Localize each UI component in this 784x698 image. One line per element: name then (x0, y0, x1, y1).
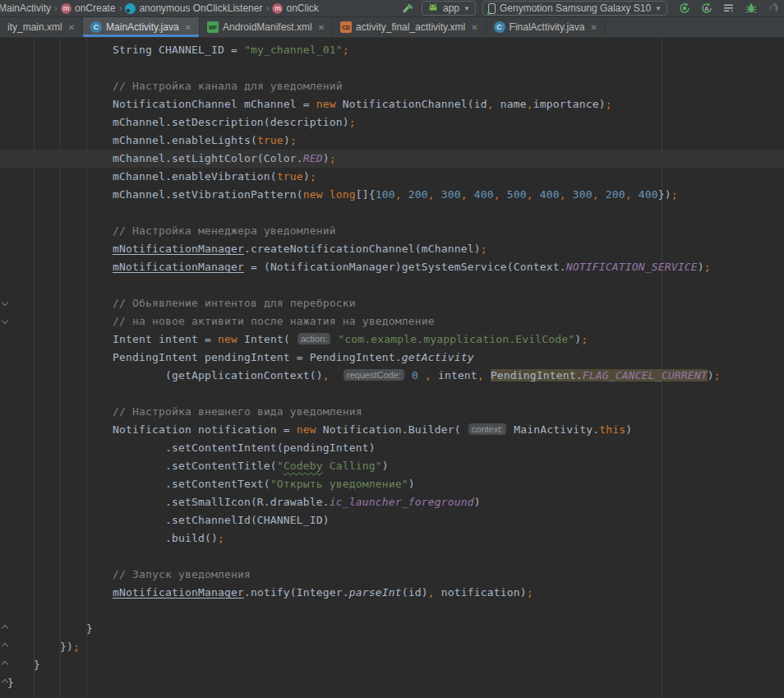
code-line: .setSmallIcon(R.drawable.ic_launcher_for… (7, 493, 784, 511)
code-line: Intent intent = new Intent( action: "com… (7, 331, 784, 349)
debug-icon[interactable] (744, 1, 759, 16)
layout-xml-icon: CD (340, 21, 352, 33)
close-icon[interactable]: ✕ (590, 23, 597, 32)
breadcrumb-item[interactable]: monCreate (61, 2, 115, 14)
breadcrumb: MainActivity›monCreate›anonymous OnClick… (0, 2, 400, 14)
code-line: NotificationChannel mChannel = new Notif… (7, 95, 784, 113)
breadcrumb-item[interactable]: anonymous OnClickListener (125, 2, 262, 14)
code-line: mChannel.enableVibration(true); (7, 168, 784, 186)
chevron-down-icon: ▼ (655, 5, 662, 12)
breadcrumb-item[interactable]: MainActivity (0, 2, 51, 14)
code-editor[interactable]: String CHANNEL_ID = "my_channel_01"; // … (0, 38, 784, 698)
code-line: // на новое активити после нажатия на ув… (7, 312, 784, 331)
code-line (7, 385, 784, 403)
code-line: } (7, 620, 784, 638)
apply-code-changes-icon[interactable]: A (699, 1, 714, 16)
code-line: } (7, 674, 784, 692)
device-selector[interactable]: Genymotion Samsung Galaxy S10 ▼ (482, 1, 667, 16)
run-config-selector[interactable]: app ▼ (422, 1, 476, 16)
code-line: // Обьявление интентов для переброски (7, 294, 784, 312)
manifest-xml-icon: MF (207, 21, 219, 33)
apply-changes-restart-icon[interactable] (677, 1, 692, 16)
chevron-down-icon: ▼ (463, 5, 470, 12)
tab-androidmanifest-xml[interactable]: MFAndroidManifest.xml✕ (200, 17, 333, 37)
tab-label: MainActivity.java (106, 21, 178, 33)
toolbar: app ▼ Genymotion Samsung Galaxy S10 ▼ A (400, 1, 781, 16)
phone-icon (488, 3, 496, 14)
breadcrumb-label: onClick (286, 2, 318, 14)
code-line: mChannel.setVibrationPattern(new long[]{… (7, 186, 784, 204)
code-line (7, 602, 784, 620)
code-line: .setContentIntent(pendingIntent) (7, 439, 784, 457)
code-line: .setContentText("Открыть уведомление") (7, 475, 784, 493)
tab-label: ity_main.xml (7, 21, 62, 33)
code-line (7, 276, 784, 294)
svg-text:A: A (704, 6, 708, 12)
code-line: } (7, 656, 784, 674)
tab-label: AndroidManifest.xml (223, 21, 312, 33)
code-line: mNotificationManager.notify(Integer.pars… (7, 584, 784, 602)
breadcrumb-separator-icon: › (118, 2, 122, 14)
java-class-icon: C (494, 21, 505, 33)
method-icon: m (272, 3, 283, 14)
tab-ity-main-xml[interactable]: ity_main.xml✕ (0, 17, 83, 37)
build-hammer-icon[interactable] (400, 1, 415, 16)
code-line: (getApplicationContext(), requestCode: 0… (7, 367, 784, 385)
code-line (7, 548, 784, 566)
breadcrumb-label: onCreate (75, 2, 115, 14)
code-line: PendingIntent pendingIntent = PendingInt… (7, 349, 784, 367)
code-line: mChannel.enableLights(true); (7, 132, 784, 150)
tab-mainactivity-java[interactable]: CMainActivity.java✕ (83, 17, 200, 37)
breadcrumb-separator-icon: › (54, 2, 58, 14)
close-icon[interactable]: ✕ (68, 23, 75, 32)
code-line: String CHANNEL_ID = "my_channel_01"; (7, 41, 784, 59)
code-line (7, 204, 784, 222)
run-config-label: app (443, 2, 459, 14)
tab-label: FinalActtivity.java (510, 21, 585, 33)
device-label: Genymotion Samsung Galaxy S10 (500, 2, 651, 14)
code-line: // Настройка внешнего вида уведомления (7, 403, 784, 421)
code-line: }); (7, 638, 784, 656)
code-line: mChannel.setDescription(description); (7, 113, 784, 132)
editor-tabs: ity_main.xml✕CMainActivity.java✕MFAndroi… (0, 17, 784, 38)
navigation-bar: MainActivity›monCreate›anonymous OnClick… (0, 0, 784, 17)
profile-icon[interactable] (766, 1, 781, 16)
code-line: .setContentTitle("Codeby Calling") (7, 457, 784, 475)
run-configurations-list-icon[interactable] (722, 1, 736, 16)
anonymous-class-icon (125, 3, 136, 14)
breadcrumb-item[interactable]: monClick (272, 2, 318, 14)
tab-label: activity_final_acttivity.xml (356, 21, 465, 33)
code-line (7, 59, 784, 77)
close-icon[interactable]: ✕ (318, 23, 325, 32)
java-class-icon: C (90, 21, 102, 33)
code-line: .setChannelId(CHANNEL_ID) (7, 511, 784, 529)
code-line: mChannel.setLightColor(Color.RED); (7, 150, 784, 168)
code-line: // Запуск уведомления (7, 566, 784, 584)
breadcrumb-label: anonymous OnClickListener (139, 2, 262, 14)
tab-activity-final-acttivity-xml[interactable]: CDactivity_final_acttivity.xml✕ (333, 17, 487, 37)
android-icon (427, 2, 439, 15)
toolbar-actions: A (677, 1, 781, 16)
close-icon[interactable]: ✕ (471, 23, 477, 32)
breadcrumb-label: MainActivity (0, 2, 51, 14)
code-line: // Настройка канала для уведомлений (7, 77, 784, 95)
close-icon[interactable]: ✕ (185, 23, 191, 32)
code-line: Notification notification = new Notifica… (7, 421, 784, 439)
tab-finalacttivity-java[interactable]: CFinalActtivity.java✕ (487, 17, 606, 37)
code-line: // Настройка менеджера уведомлений (7, 222, 784, 240)
code-line: mNotificationManager = (NotificationMana… (7, 258, 784, 276)
breadcrumb-separator-icon: › (265, 2, 269, 14)
method-icon: m (61, 3, 71, 14)
code-line: .build(); (7, 529, 784, 548)
code-content[interactable]: String CHANNEL_ID = "my_channel_01"; // … (7, 41, 784, 692)
code-line: mNotificationManager.createNotificationC… (7, 240, 784, 258)
